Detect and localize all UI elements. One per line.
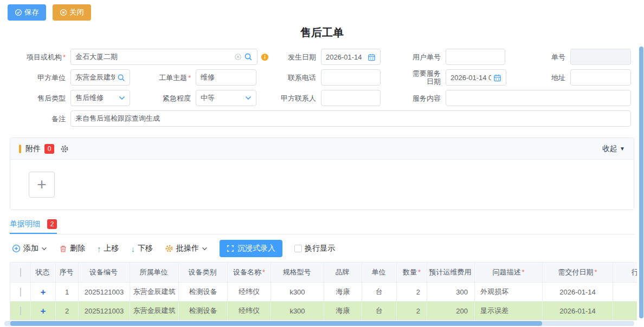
immersive-entry-button[interactable]: 沉浸式录入	[220, 240, 282, 257]
calendar-icon[interactable]	[493, 74, 501, 82]
header-brand: 品牌	[324, 263, 362, 283]
close-button[interactable]: 关闭	[53, 4, 91, 21]
collapse-toggle[interactable]: 收起 ▼	[602, 144, 625, 154]
cell-est-fee: 300	[427, 283, 475, 302]
trash-icon	[59, 245, 67, 253]
order-form: 项目或机构* 金石大厦二期 发生日期 2026-01-14 用户单号 单号	[0, 49, 644, 127]
service-content-label: 服务内容	[381, 94, 446, 102]
cell-problem: 显示误差	[475, 302, 543, 321]
urgency-label: 紧急程度	[130, 94, 196, 102]
delete-button[interactable]: 删除	[59, 244, 85, 253]
cell-unit: 台	[362, 302, 397, 321]
service-content-field[interactable]	[446, 90, 631, 106]
vertical-scrollbar-thumb[interactable]	[639, 47, 643, 318]
attachments-panel: 附件 0 收起 ▼ +	[10, 138, 634, 210]
table-row-selected: + 2 2025121003 东营金辰建筑 检测设备 经纬仪 k300 海康 台…	[10, 302, 637, 321]
row-status-cell: +	[31, 302, 56, 321]
project-field[interactable]: 金石大厦二期	[70, 49, 257, 65]
service-date-field[interactable]: 2026-01-14 0	[446, 69, 506, 86]
party-a-contact-field[interactable]	[321, 90, 381, 106]
header-due-date: 需交付日期*	[543, 263, 613, 283]
add-row-icon[interactable]: +	[41, 306, 46, 316]
cell-device-no: 2025121003	[79, 283, 130, 302]
cell-row-remark	[613, 302, 637, 321]
tab-label: 单据明细	[10, 219, 40, 229]
urgency-select[interactable]: 中等	[196, 90, 256, 106]
user-order-no-label: 用户单号	[381, 53, 446, 61]
move-down-button[interactable]: ↓ 下移	[131, 244, 153, 253]
caret-down-icon: ▼	[620, 146, 625, 152]
header-seq: 序号	[56, 263, 79, 283]
cell-device-category: 检测设备	[179, 302, 228, 321]
wrap-display-checkbox[interactable]	[294, 245, 302, 252]
cell-due-date: 2026-01-14	[543, 283, 613, 302]
horizontal-scrollbar-track	[4, 321, 634, 326]
occur-date-field[interactable]: 2026-01-14	[321, 49, 381, 65]
clear-icon[interactable]	[234, 53, 242, 61]
after-sales-type-value: 售后维修	[75, 93, 119, 103]
cell-qty: 2	[397, 302, 427, 321]
wrap-display-toggle[interactable]: 换行显示	[294, 244, 335, 253]
search-icon[interactable]	[117, 74, 125, 82]
cell-spec-model: k300	[271, 283, 324, 302]
remark-value: 来自售后巡检跟踪查询生成	[75, 114, 626, 123]
cell-seq: 2	[56, 302, 79, 321]
cell-brand: 海康	[324, 302, 362, 321]
subject-field[interactable]: 维修	[196, 69, 256, 86]
details-table-container: 状态 序号 设备编号 所属单位 设备类别 设备名称* 规格型号 品牌 单位 数量…	[10, 262, 637, 321]
header-unit: 单位	[362, 263, 397, 283]
chevron-down-icon	[41, 247, 47, 251]
immersive-entry-label: 沉浸式录入	[237, 244, 275, 253]
user-order-no-field[interactable]	[446, 49, 505, 65]
search-icon[interactable]	[244, 53, 253, 61]
collapse-label: 收起	[602, 144, 617, 154]
after-sales-type-label: 售后类型	[10, 94, 70, 102]
batch-ops-button[interactable]: 批操作	[165, 244, 208, 253]
add-row-icon[interactable]: +	[41, 287, 46, 297]
cell-device-name: 经纬仪	[228, 283, 271, 302]
info-icon[interactable]	[257, 53, 272, 61]
horizontal-scrollbar-thumb[interactable]	[10, 321, 542, 326]
batch-ops-label: 批操作	[176, 244, 199, 253]
move-up-button[interactable]: ↑ 上移	[97, 244, 119, 253]
after-sales-type-select[interactable]: 售后维修	[70, 90, 130, 106]
cell-est-fee: 200	[427, 302, 475, 321]
row-checkbox[interactable]	[20, 306, 21, 316]
cell-unit: 台	[362, 283, 397, 302]
details-count-badge: 2	[47, 219, 57, 229]
add-attachment-button[interactable]: +	[29, 172, 55, 198]
attachments-header: 附件 0 收起 ▼	[10, 138, 634, 160]
party-a-unit-field[interactable]: 东营金辰建筑	[70, 69, 130, 86]
form-row-1: 项目或机构* 金石大厦二期 发生日期 2026-01-14 用户单号 单号	[10, 49, 634, 65]
chevron-down-icon	[202, 247, 208, 251]
row-select-cell	[10, 283, 31, 302]
row-select-cell	[10, 302, 31, 321]
row-checkbox[interactable]	[20, 287, 21, 297]
close-circle-icon	[60, 9, 67, 16]
urgency-value: 中等	[201, 93, 245, 103]
select-all-checkbox[interactable]	[20, 268, 21, 277]
remark-field[interactable]: 来自售后巡检跟踪查询生成	[70, 110, 631, 127]
header-device-no: 设备编号	[79, 263, 130, 283]
move-down-label: 下移	[138, 244, 153, 253]
save-button-label: 保存	[24, 8, 39, 17]
contact-phone-field[interactable]	[321, 69, 381, 86]
header-problem: 问题描述*	[475, 263, 543, 283]
address-field[interactable]	[570, 69, 631, 86]
gear-icon[interactable]	[60, 145, 69, 153]
details-tabbar: 单据明细 2	[10, 219, 634, 234]
add-button-label: 添加	[23, 244, 38, 253]
form-row-3: 售后类型 售后维修 紧急程度 中等 甲方联系人 服务内容	[10, 90, 634, 106]
tab-document-details[interactable]: 单据明细 2	[10, 219, 57, 234]
arrow-down-icon: ↓	[131, 244, 136, 253]
cell-device-no: 2025121003	[79, 302, 130, 321]
calendar-icon[interactable]	[368, 53, 376, 61]
order-no-label: 单号	[505, 53, 570, 61]
cell-row-remark	[613, 283, 637, 302]
add-button[interactable]: 添加	[12, 244, 47, 253]
cell-brand: 海康	[324, 283, 362, 302]
details-toolbar: 添加 删除 ↑ 上移 ↓ 下移 批操作 沉浸式录入 换行显示	[12, 240, 634, 257]
plus-icon: +	[37, 175, 47, 194]
save-button[interactable]: 保存	[8, 4, 46, 21]
header-device-category: 设备类别	[179, 263, 228, 283]
